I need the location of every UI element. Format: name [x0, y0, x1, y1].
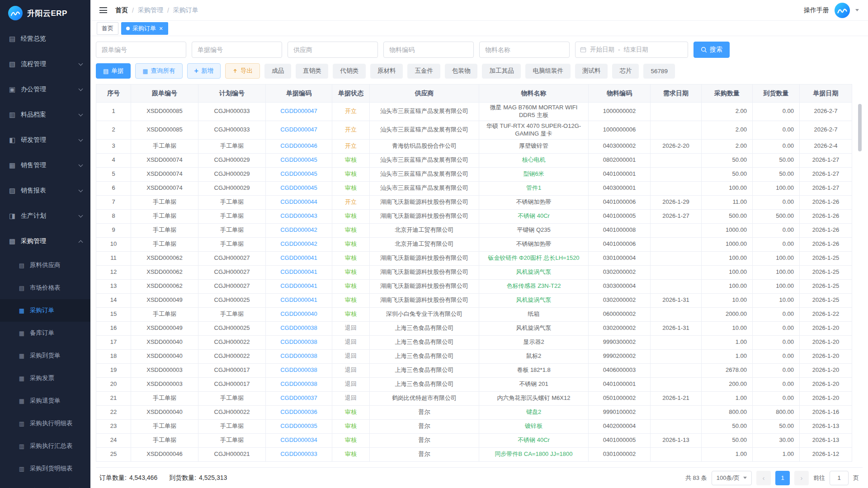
- category-chip[interactable]: 原材料: [370, 64, 403, 79]
- category-chip[interactable]: 测试料: [575, 64, 608, 79]
- doc-code-link[interactable]: CGDD000047: [266, 103, 332, 121]
- doc-code-link[interactable]: CGDD000042: [266, 237, 332, 251]
- category-chip[interactable]: 芯片: [612, 64, 639, 79]
- doc-no-input[interactable]: [192, 42, 282, 58]
- sidebar-item-market-price[interactable]: ▤市场价格表: [0, 277, 90, 299]
- table-row[interactable]: 6XSDD000074CGJH000029CGDD000045审核汕头市三辰蓝猫…: [96, 181, 852, 195]
- date-range-picker[interactable]: 开始日期 - 结束日期: [575, 42, 688, 58]
- table-row[interactable]: 5XSDD000074CGJH000029CGDD000045审核汕头市三辰蓝猫…: [96, 167, 852, 181]
- sidebar-item-sales-report[interactable]: ▨销售报表: [0, 178, 90, 203]
- tab-purchase-order[interactable]: 采购订单 ×: [121, 22, 168, 35]
- page-size-select[interactable]: 100条/页: [712, 471, 752, 485]
- sidebar-item-invoice-detail[interactable]: ▥采购发票明细表: [0, 480, 90, 488]
- table-row[interactable]: 19XSDD000003CGJH000017CGDD000038退回上海三色食品…: [96, 363, 852, 377]
- sidebar-item-purchase[interactable]: ▩采购管理: [0, 229, 90, 254]
- doc-code-link[interactable]: CGDD000037: [266, 391, 332, 405]
- supplier-input[interactable]: [288, 42, 378, 58]
- table-row[interactable]: 8手工单据手工单据CGDD000043审核湖南飞沃新能源科技股份有限公司不锈钢 …: [96, 209, 852, 223]
- sidebar-item-production[interactable]: ◨生产计划: [0, 203, 90, 229]
- table-row[interactable]: 22XSDD000040CGJH000022CGDD000036审核普尔键盘29…: [96, 405, 852, 419]
- table-row[interactable]: 24手工单据手工单据CGDD000034审核普尔不锈钢 40Cr04010000…: [96, 433, 852, 447]
- collapse-sidebar-icon[interactable]: [99, 7, 107, 13]
- current-page-button[interactable]: 1: [775, 471, 790, 485]
- category-chip[interactable]: 加工其品: [482, 64, 521, 79]
- table-row[interactable]: 2XSDD000085CGJH000033CGDD000047开立汕头市三辰蓝猫…: [96, 121, 852, 139]
- user-avatar[interactable]: [835, 3, 850, 18]
- category-chip[interactable]: 电脑组装件: [525, 64, 571, 79]
- table-row[interactable]: 25XSDD000046CGJH000021CGDD000033审核普尔同步带件…: [96, 447, 852, 461]
- material-code-input[interactable]: [383, 42, 474, 58]
- doc-code-link[interactable]: CGDD000045: [266, 167, 332, 181]
- doc-code-link[interactable]: CGDD000047: [266, 121, 332, 139]
- table-row[interactable]: 12XSDD000062CGJH000027CGDD000041审核湖南飞沃新能…: [96, 265, 852, 279]
- sidebar-item-rd[interactable]: ◧研发管理: [0, 127, 90, 153]
- table-row[interactable]: 14XSDD000049CGJH000025CGDD000041审核湖南飞沃新能…: [96, 293, 852, 307]
- document-button[interactable]: ▤ 单据: [96, 63, 131, 79]
- doc-code-link[interactable]: CGDD000041: [266, 265, 332, 279]
- sidebar-item-purchase-order[interactable]: ▦采购订单: [0, 299, 90, 322]
- doc-code-link[interactable]: CGDD000038: [266, 349, 332, 363]
- doc-code-link[interactable]: CGDD000041: [266, 293, 332, 307]
- table-row[interactable]: 21手工单据手工单据CGDD000037退回鹤岗比优特超市有限公司内六角花形沉头…: [96, 391, 852, 405]
- doc-code-link[interactable]: CGDD000038: [266, 335, 332, 349]
- tab-home[interactable]: 首页: [97, 22, 118, 35]
- search-button[interactable]: 搜索: [693, 42, 730, 58]
- doc-code-link[interactable]: CGDD000034: [266, 433, 332, 447]
- tracking-no-input[interactable]: [96, 42, 186, 58]
- table-row[interactable]: 1XSDD000085CGJH000033CGDD000047开立汕头市三辰蓝猫…: [96, 103, 852, 121]
- category-chip[interactable]: 包装物: [445, 64, 478, 79]
- category-chip[interactable]: 代销类: [333, 64, 366, 79]
- category-chip[interactable]: 五金件: [407, 64, 440, 79]
- sidebar-item-stock-order[interactable]: ▦备库订单: [0, 322, 90, 344]
- sidebar-item-office[interactable]: ▣办公管理: [0, 77, 90, 102]
- doc-code-link[interactable]: CGDD000045: [266, 181, 332, 195]
- scrollbar-thumb[interactable]: [858, 104, 862, 151]
- sidebar-item-purchase-return[interactable]: ▦采购退货单: [0, 389, 90, 412]
- table-row[interactable]: 3手工单据手工单据CGDD000046开立青海纺织品股份合作公司厚壁镀锌管040…: [96, 139, 852, 153]
- sidebar-item-raw-supplier[interactable]: ▤原料供应商: [0, 254, 90, 277]
- goto-page-input[interactable]: [830, 471, 849, 485]
- sidebar-item-exec-summary[interactable]: ▥采购执行汇总表: [0, 435, 90, 457]
- table-row[interactable]: 10手工单据手工单据CGDD000042审核北京开迪工贸有限公司不锈钢加热带04…: [96, 237, 852, 251]
- prev-page-button[interactable]: ‹: [756, 471, 771, 485]
- doc-code-link[interactable]: CGDD000035: [266, 419, 332, 433]
- table-row[interactable]: 15手工单据手工单据CGDD000040审核深圳小白兔专业干洗有限公司纸箱060…: [96, 307, 852, 321]
- sidebar-item-dashboard[interactable]: ▤经营总览: [0, 26, 90, 52]
- doc-code-link[interactable]: CGDD000038: [266, 321, 332, 335]
- category-chip[interactable]: 直销类: [296, 64, 329, 79]
- breadcrumb-home[interactable]: 首页: [115, 6, 128, 14]
- table-row[interactable]: 16XSDD000049CGJH000025CGDD000038退回上海三色食品…: [96, 321, 852, 335]
- export-button[interactable]: 导出: [225, 63, 260, 79]
- table-row[interactable]: 20XSDD000003CGJH000017CGDD000038退回上海三色食品…: [96, 377, 852, 391]
- close-tab-icon[interactable]: ×: [159, 25, 163, 32]
- doc-code-link[interactable]: CGDD000043: [266, 209, 332, 223]
- category-chip[interactable]: 56789: [643, 64, 675, 79]
- doc-code-link[interactable]: CGDD000033: [266, 447, 332, 461]
- sidebar-item-purchase-invoice[interactable]: ▦采购发票: [0, 367, 90, 389]
- table-row[interactable]: 7手工单据手工单据CGDD000044开立湖南飞沃新能源科技股份有限公司不锈钢加…: [96, 195, 852, 209]
- table-row[interactable]: 18XSDD000040CGJH000022CGDD000038退回上海三色食品…: [96, 349, 852, 363]
- doc-code-link[interactable]: CGDD000045: [266, 153, 332, 167]
- doc-code-link[interactable]: CGDD000040: [266, 307, 332, 321]
- sidebar-item-purchase-arrival[interactable]: ▦采购到货单: [0, 344, 90, 367]
- doc-code-link[interactable]: CGDD000044: [266, 195, 332, 209]
- doc-code-link[interactable]: CGDD000046: [266, 139, 332, 153]
- sidebar-item-arrival-detail[interactable]: ▥采购到货明细表: [0, 457, 90, 480]
- table-row[interactable]: 11XSDD000062CGJH000027CGDD000041审核湖南飞沃新能…: [96, 251, 852, 265]
- user-menu-caret-icon[interactable]: [855, 9, 859, 11]
- doc-code-link[interactable]: CGDD000038: [266, 377, 332, 391]
- sidebar-item-exec-detail[interactable]: ▥采购执行明细表: [0, 412, 90, 435]
- doc-code-link[interactable]: CGDD000041: [266, 279, 332, 293]
- table-row[interactable]: 4XSDD000074CGJH000029CGDD000045审核汕头市三辰蓝猫…: [96, 153, 852, 167]
- doc-code-link[interactable]: CGDD000038: [266, 363, 332, 377]
- sidebar-item-materials[interactable]: ▥料品档案: [0, 102, 90, 127]
- category-chip[interactable]: 成品: [264, 64, 291, 79]
- table-row[interactable]: 13XSDD000062CGJH000027CGDD000041审核湖南飞沃新能…: [96, 279, 852, 293]
- sidebar-item-process[interactable]: ▧流程管理: [0, 52, 90, 77]
- table-row[interactable]: 9手工单据手工单据CGDD000042审核北京开迪工贸有限公司平键钢 Q2350…: [96, 223, 852, 237]
- doc-code-link[interactable]: CGDD000041: [266, 251, 332, 265]
- table-row[interactable]: 23手工单据手工单据CGDD000035审核普尔镀锌板040200000450.…: [96, 419, 852, 433]
- next-page-button[interactable]: ›: [794, 471, 809, 485]
- doc-code-link[interactable]: CGDD000036: [266, 405, 332, 419]
- material-name-input[interactable]: [479, 42, 570, 58]
